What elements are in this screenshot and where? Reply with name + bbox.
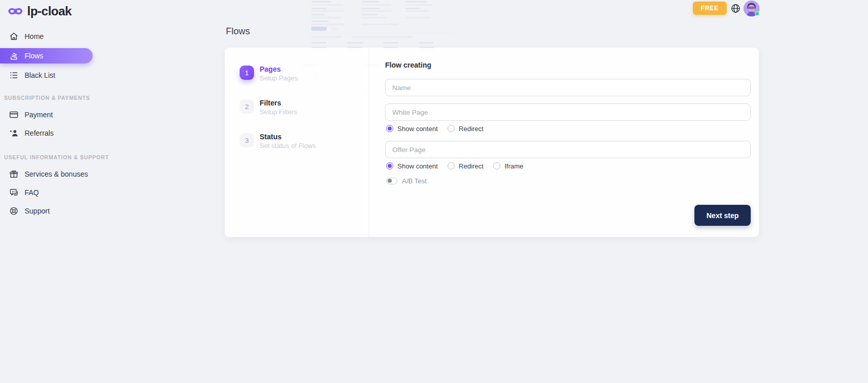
sidebar-item-label: Services & bonuses [25,170,88,178]
sidebar-item-black-list[interactable]: Black List [0,66,93,85]
sidebar-nav: Home Flows Black List [0,27,93,85]
gift-icon [9,169,19,179]
ghost-bar [362,24,398,25]
sidebar-item-label: Referrals [25,129,54,137]
sidebar-item-services-bonuses[interactable]: Services & bonuses [0,165,93,183]
ab-test-toggle[interactable] [386,178,397,184]
radio-label: Redirect [459,162,483,170]
ghost-pagination [311,36,342,38]
step-number: 1 [240,66,254,80]
ghost-button [311,27,327,31]
radio-redirect[interactable]: Redirect [448,125,483,133]
list-icon [9,70,19,80]
radio-iframe[interactable]: Iframe [493,162,523,170]
step-status[interactable]: 3 Status Set status of Flows [240,133,369,150]
step-pages[interactable]: 1 Pages Setup Pages [240,66,369,82]
ghost-bar [362,4,391,6]
offer-page-mode-group: Show content Redirect Iframe [386,162,751,170]
step-title: Filters [260,99,297,107]
step-number: 2 [240,99,254,114]
ghost-bar [406,17,430,18]
radio-icon [493,162,500,169]
radio-icon [448,125,455,132]
name-input[interactable] [385,79,751,96]
section-title-text: SUBSCRIPTION & PAYMENTS [4,95,90,101]
white-page-input[interactable] [385,103,751,121]
ghost-bar [311,10,344,12]
sidebar-section-title: USEFUL INFORMATION & SUPPORT [4,154,93,161]
sidebar-item-label: Home [25,32,44,40]
sidebar-item-payment[interactable]: Payment [0,105,93,124]
ghost-bar [331,28,339,30]
person-star-icon [9,128,19,138]
sidebar-item-flows[interactable]: Flows [0,48,93,63]
section-title-text: USEFUL INFORMATION & SUPPORT [4,154,109,160]
app-logo[interactable]: lp-cloak [8,4,93,18]
step-subtitle: Set status of Flows [260,142,316,150]
radio-show-content[interactable]: Show content [386,162,438,170]
step-filters[interactable]: 2 Filters Setup Filters [240,99,369,116]
ghost-bar [311,1,331,3]
chat-question-icon: ?! [9,187,19,198]
stack-icon [9,51,19,61]
toggle-knob [388,179,392,183]
sidebar-section-title: SUBSCRIPTION & PAYMENTS [4,94,93,101]
sidebar-item-label: FAQ [25,188,39,197]
ghost-bar [311,8,327,9]
ab-test-toggle-row[interactable]: A/B Test [386,177,751,184]
radio-redirect[interactable]: Redirect [448,162,483,170]
ghost-bar [406,10,428,12]
radio-icon [448,162,455,169]
ghost-bar [362,1,379,3]
ghost-card-title [383,42,398,44]
radio-icon [386,162,393,169]
radio-show-content[interactable]: Show content [386,125,438,133]
page-title: Flows [226,26,250,37]
sidebar: lp-cloak Home Flows [0,0,93,383]
radio-label: Iframe [504,162,523,170]
step-title: Pages [260,66,298,73]
ghost-bar [311,24,345,25]
credit-card-icon [9,110,19,120]
sidebar-item-label: Flows [25,52,44,60]
ghost-bar [311,14,325,15]
sidebar-item-support[interactable]: Support [0,202,93,220]
form-title: Flow creating [385,61,751,69]
lifebuoy-icon [9,206,19,216]
sidebar-item-label: Payment [25,111,53,119]
white-page-mode-group: Show content Redirect [386,124,751,133]
svg-text:?!: ?! [12,190,15,194]
radio-label: Redirect [459,125,483,133]
radio-label: Show content [397,162,438,170]
sidebar-section-items: Payment Referrals [0,105,93,142]
ghost-pagination [351,36,413,38]
ghost-bar [362,17,387,18]
ghost-card-title [311,42,327,44]
flow-creating-form: Flow creating Show content Redirect Show… [369,48,759,237]
globe-icon[interactable] [730,3,741,14]
online-status-dot [755,11,759,16]
sidebar-item-label: Support [25,207,50,215]
ghost-card-title [419,42,433,44]
ghost-bar [406,8,420,9]
step-title: Status [260,133,316,141]
plan-badge-free[interactable]: FREE [693,2,727,15]
next-step-button[interactable]: Next step [694,205,751,226]
ghost-bar [362,14,378,15]
ghost-bar [311,20,329,22]
sidebar-item-referrals[interactable]: Referrals [0,124,93,142]
sidebar-section-items: Services & bonuses ?! FAQ Support [0,165,93,220]
flow-creating-card: 1 Pages Setup Pages 2 Filters Setup Filt… [225,48,759,237]
ghost-bar [362,10,392,12]
sidebar-item-home[interactable]: Home [0,27,93,46]
app-name: lp-cloak [27,4,72,18]
ghost-bar [311,17,341,18]
ghost-bar [311,4,343,6]
step-subtitle: Setup Filters [260,108,297,116]
ab-test-label: A/B Test [402,177,427,185]
sidebar-item-faq[interactable]: ?! FAQ [0,183,93,202]
ghost-bar [406,4,432,6]
offer-page-input[interactable] [385,141,751,158]
mask-icon [8,6,23,16]
stepper: 1 Pages Setup Pages 2 Filters Setup Filt… [225,48,369,167]
